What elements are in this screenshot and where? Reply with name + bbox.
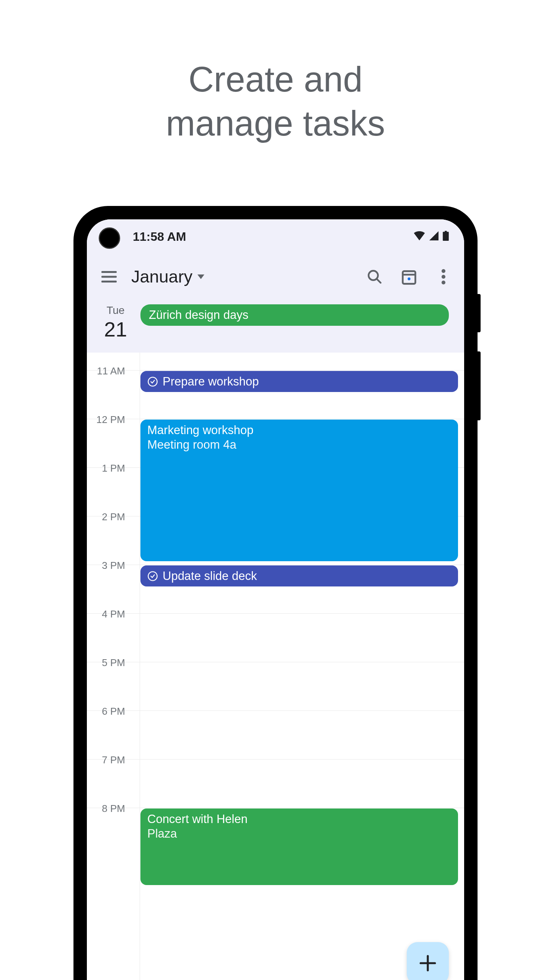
event-location: Meeting room 4a	[147, 438, 451, 452]
hour-label-8pm: 8 PM	[87, 803, 133, 815]
hour-label-5pm: 5 PM	[87, 657, 133, 669]
search-button[interactable]	[365, 268, 384, 286]
cellular-signal-icon	[429, 231, 439, 242]
phone-inner-frame: 11:58 AM	[81, 214, 470, 980]
svg-rect-2	[101, 281, 117, 283]
today-button[interactable]	[400, 268, 418, 286]
hour-label-4pm: 4 PM	[87, 608, 133, 620]
task-check-icon	[147, 571, 158, 581]
event-title: Concert with Helen	[147, 812, 451, 826]
phone-side-buttons	[477, 294, 481, 420]
task-event-prepare-workshop[interactable]: Prepare workshop	[140, 371, 458, 392]
page-title-line2: manage tasks	[0, 101, 551, 145]
hamburger-icon	[101, 271, 117, 283]
day-header: Tue 21 Zürich design days	[87, 300, 464, 353]
status-bar: 11:58 AM	[87, 219, 464, 254]
hour-label-2pm: 2 PM	[87, 511, 133, 523]
event-title: Prepare workshop	[163, 375, 259, 389]
day-number: 21	[98, 317, 133, 341]
hour-label-11am: 11 AM	[87, 365, 133, 377]
svg-rect-5	[403, 271, 416, 284]
plus-icon	[418, 954, 437, 973]
page-title-line1: Create and	[0, 57, 551, 101]
event-title: Update slide deck	[163, 569, 257, 583]
allday-event-title: Zürich design days	[149, 308, 248, 322]
svg-point-7	[408, 278, 410, 280]
task-check-icon	[147, 376, 158, 387]
overflow-menu-button[interactable]	[434, 268, 453, 286]
battery-icon	[443, 231, 449, 242]
time-grid: 11 AM 12 PM 1 PM 2 PM 3 PM 4 P	[87, 353, 464, 980]
wifi-icon	[414, 231, 425, 242]
svg-line-4	[377, 279, 381, 283]
search-icon	[367, 269, 383, 285]
more-vert-icon	[442, 269, 445, 284]
create-fab-button[interactable]	[407, 942, 449, 980]
toolbar-actions	[365, 268, 453, 286]
allday-event[interactable]: Zürich design days	[140, 304, 449, 326]
hour-label-3pm: 3 PM	[87, 560, 133, 572]
day-weekday: Tue	[98, 304, 133, 317]
camera-hole	[99, 227, 120, 249]
svg-point-9	[442, 275, 445, 279]
month-selector[interactable]: January	[131, 267, 354, 287]
phone-frame: 11:58 AM	[73, 206, 478, 980]
day-label-column: Tue 21	[98, 304, 133, 341]
event-title: Marketing workshop	[147, 423, 451, 437]
hamburger-menu-button[interactable]	[98, 266, 120, 287]
allday-events-container: Zürich design days	[140, 304, 453, 326]
calendar-today-icon	[401, 268, 417, 285]
page-headline: Create and manage tasks	[0, 0, 551, 145]
month-label: January	[131, 267, 192, 287]
svg-rect-0	[101, 271, 117, 273]
calendar-body[interactable]: 11 AM 12 PM 1 PM 2 PM 3 PM 4 P	[87, 353, 464, 980]
phone-screen: 11:58 AM	[87, 219, 464, 980]
hour-label-6pm: 6 PM	[87, 706, 133, 717]
hour-label-1pm: 1 PM	[87, 462, 133, 474]
event-location: Plaza	[147, 827, 451, 841]
svg-point-11	[148, 377, 157, 386]
meeting-event-marketing-workshop[interactable]: Marketing workshop Meeting room 4a	[140, 420, 458, 561]
task-event-update-slide-deck[interactable]: Update slide deck	[140, 565, 458, 586]
svg-point-10	[442, 281, 445, 284]
events-container: Prepare workshop Marketing workshop Meet…	[140, 353, 458, 980]
svg-point-12	[148, 572, 157, 580]
status-icons	[414, 231, 449, 242]
event-concert[interactable]: Concert with Helen Plaza	[140, 808, 458, 885]
hour-label-12pm: 12 PM	[87, 414, 133, 426]
app-toolbar: January	[87, 254, 464, 300]
hour-label-7pm: 7 PM	[87, 754, 133, 766]
svg-rect-1	[101, 276, 117, 278]
svg-point-8	[442, 269, 445, 273]
status-time: 11:58 AM	[133, 230, 186, 244]
chevron-down-icon	[197, 274, 205, 279]
